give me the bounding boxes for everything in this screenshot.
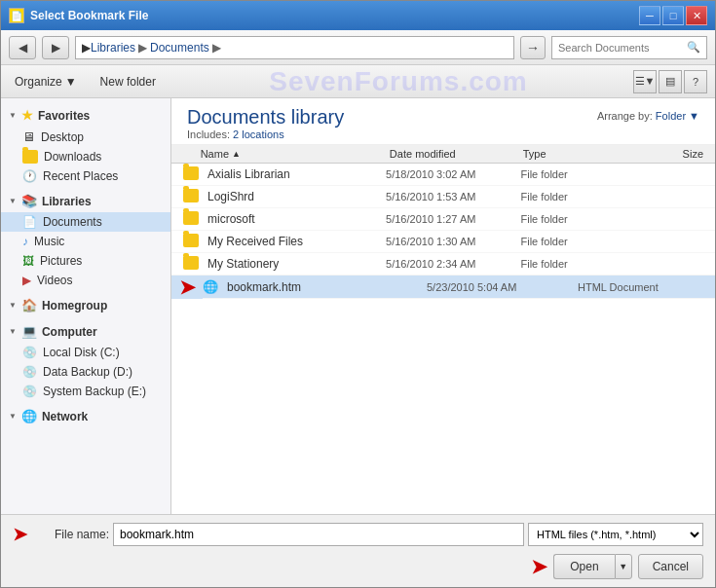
table-row[interactable]: Axialis Librarian 5/18/2010 3:02 AM File… [171,164,715,186]
desktop-label: Desktop [41,130,84,144]
sidebar-item-downloads[interactable]: Downloads [1,147,170,166]
table-row[interactable]: microsoft 5/16/2010 1:27 AM File folder [171,208,715,231]
table-row[interactable]: LogiShrd 5/16/2010 1:53 AM File folder [171,186,715,208]
search-bar[interactable]: 🔍 [551,36,707,59]
back-button[interactable]: ◀ [9,36,36,59]
table-row-inner: 🌐 bookmark.htm 5/23/2010 5:04 AM HTML Do… [203,276,715,299]
homegroup-label: Homegroup [42,299,107,312]
breadcrumb-libraries[interactable]: Libraries [91,41,135,55]
arrange-by-label: Arrange by: [597,110,653,122]
help-button[interactable]: ? [684,70,707,93]
folder-icon [183,211,199,225]
music-icon: ♪ [22,235,28,248]
file-icon [183,234,203,249]
new-folder-button[interactable]: New folder [93,72,164,92]
main-area: ▼ ★ Favorites 🖥 Desktop Downloads 🕐 Rece… [1,98,715,514]
view-options-button[interactable]: ☰▼ [633,70,657,93]
favorites-header[interactable]: ▼ ★ Favorites [1,104,170,127]
recent-icon: 🕐 [22,169,37,183]
disk-e-label: System Backup (E:) [43,385,146,398]
file-type: HTML Document [578,281,704,293]
organize-button[interactable]: Organize ▼ [9,72,83,92]
sidebar-item-videos[interactable]: ▶ Videos [1,271,170,290]
network-section: ▼ 🌐 Network [1,405,170,427]
file-rows: Axialis Librarian 5/18/2010 3:02 AM File… [171,164,715,514]
folder-icon [183,166,199,180]
favorites-section: ▼ ★ Favorites 🖥 Desktop Downloads 🕐 Rece… [1,104,170,186]
file-name: bookmark.htm [227,280,427,294]
col-header-type[interactable]: Type [523,148,635,160]
filename-label: File name: [31,528,109,541]
file-list-area: Arrange by: Folder ▼ Documents library I… [171,98,715,514]
breadcrumb-bar[interactable]: ▶ Libraries ▶ Documents ▶ [75,36,514,59]
folder-icon [183,189,199,202]
computer-header[interactable]: ▼ 💻 Computer [1,320,170,343]
organize-bar: Organize ▼ New folder SevenForums.com ☰▼… [1,65,715,98]
search-icon: 🔍 [687,41,700,54]
disk-d-label: Data Backup (D:) [43,365,132,379]
open-button-group: Open ▼ [553,554,631,579]
breadcrumb-documents[interactable]: Documents [150,41,209,55]
homegroup-triangle: ▼ [9,301,17,310]
file-name: LogiShrd [207,190,386,203]
network-header[interactable]: ▼ 🌐 Network [1,405,170,427]
table-row[interactable]: My Stationery 5/16/2010 2:34 AM File fol… [171,253,715,276]
filename-arrow-indicator: ➤ [13,524,27,545]
file-date: 5/16/2010 1:53 AM [386,191,520,202]
table-row-selected[interactable]: ➤ 🌐 bookmark.htm 5/23/2010 5:04 AM HTML … [171,276,715,299]
sidebar: ▼ ★ Favorites 🖥 Desktop Downloads 🕐 Rece… [1,98,171,514]
computer-triangle: ▼ [9,327,17,336]
go-button[interactable]: → [520,36,546,59]
cancel-button[interactable]: Cancel [638,554,703,579]
row-arrow-indicator: ➤ [179,276,196,299]
arrange-by-value[interactable]: Folder ▼ [656,110,699,122]
forward-button[interactable]: ▶ [42,36,69,59]
open-button[interactable]: Open [553,554,614,579]
library-locations-link[interactable]: 2 locations [233,129,284,140]
homegroup-section: ▼ 🏠 Homegroup [1,294,170,316]
homegroup-header[interactable]: ▼ 🏠 Homegroup [1,294,170,316]
organize-label: Organize [15,75,62,89]
breadcrumb-icon: ▶ [82,41,91,55]
recent-places-label: Recent Places [43,169,118,183]
arrange-by: Arrange by: Folder ▼ [597,110,699,122]
file-icon [183,211,203,227]
col-header-size[interactable]: Size [634,148,703,160]
sidebar-item-music[interactable]: ♪ Music [1,232,170,251]
col-header-date[interactable]: Date modified [390,148,523,160]
sidebar-item-system-backup-e[interactable]: 💿 System Backup (E:) [1,382,170,401]
watermark: SevenForums.com [173,66,623,97]
libraries-header[interactable]: ▼ 📚 Libraries [1,190,170,212]
new-folder-label: New folder [100,75,156,89]
library-header: Arrange by: Folder ▼ Documents library I… [171,98,715,145]
search-input[interactable] [558,42,687,54]
minimize-button[interactable]: ─ [639,6,660,25]
close-button[interactable]: ✕ [686,6,707,25]
computer-section: ▼ 💻 Computer 💿 Local Disk (C:) 💿 Data Ba… [1,320,170,401]
sidebar-item-desktop[interactable]: 🖥 Desktop [1,127,170,147]
window-controls: ─ □ ✕ [639,6,707,25]
favorites-icon: ★ [21,108,33,123]
filetype-select[interactable]: HTML files (*.htm, *.html) [528,523,703,546]
downloads-label: Downloads [44,150,101,164]
table-row[interactable]: My Received Files 5/16/2010 1:30 AM File… [171,231,715,253]
preview-pane-button[interactable]: ▤ [659,70,682,93]
documents-icon: 📄 [22,215,37,229]
computer-label: Computer [42,325,97,339]
col-header-name[interactable]: Name ▲ [201,148,390,160]
sidebar-item-local-disk-c[interactable]: 💿 Local Disk (C:) [1,343,170,362]
sidebar-item-recent-places[interactable]: 🕐 Recent Places [1,166,170,186]
file-type: File folder [520,168,633,180]
computer-icon: 💻 [21,324,37,339]
breadcrumb-separator: ▶ [138,41,147,55]
html-file-icon: 🌐 [203,279,218,294]
maximize-button[interactable]: □ [662,6,684,25]
open-dropdown-button[interactable]: ▼ [615,554,632,579]
filename-input[interactable] [113,523,524,546]
sidebar-item-documents[interactable]: 📄 Documents [1,212,170,232]
sidebar-item-pictures[interactable]: 🖼 Pictures [1,251,170,271]
file-type: File folder [520,191,633,202]
sidebar-item-data-backup-d[interactable]: 💿 Data Backup (D:) [1,362,170,382]
documents-label: Documents [43,215,102,229]
file-name: Axialis Librarian [207,167,386,181]
